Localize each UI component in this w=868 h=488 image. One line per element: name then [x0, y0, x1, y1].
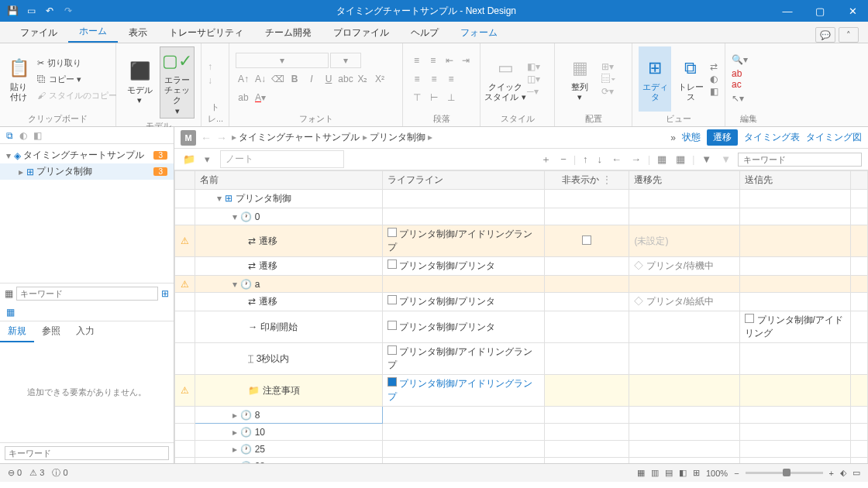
group-icon[interactable]: ⊞▾ — [601, 61, 615, 72]
status-info[interactable]: ⓘ 0 — [52, 467, 67, 479]
shape-fill-icon[interactable]: ◧▾ — [527, 61, 540, 72]
collapse-icon[interactable]: ▾ — [6, 150, 11, 161]
zoom-out-icon[interactable]: − — [734, 469, 739, 478]
align-left-icon[interactable]: ≡ — [409, 71, 425, 87]
tb-up-icon[interactable]: ↑ — [580, 153, 591, 165]
select-icon[interactable]: ↖▾ — [732, 93, 766, 104]
bc-timing-table[interactable]: タイミング表 — [744, 131, 800, 144]
tree-opt-icon[interactable]: ◐ — [19, 130, 27, 141]
align-right-icon[interactable]: ≡ — [443, 71, 459, 87]
tb-remove-icon[interactable]: − — [558, 153, 569, 165]
arrow-up-icon[interactable]: ↑ — [208, 61, 222, 72]
shape-line-icon[interactable]: ─▾ — [527, 86, 540, 97]
shape-outline-icon[interactable]: ◫▾ — [527, 74, 540, 84]
cut-button[interactable]: ✂切り取り — [34, 56, 120, 70]
trace-button[interactable]: ⧉ トレース — [674, 46, 707, 112]
align-center-icon[interactable]: ≡ — [426, 71, 442, 87]
view-opt2-icon[interactable]: ◐ — [710, 74, 718, 84]
sb-view4-icon[interactable]: ◧ — [679, 468, 687, 478]
col-name[interactable]: 名前 — [195, 171, 383, 190]
col-life[interactable]: ライフライン — [382, 171, 544, 190]
tb-drop-icon[interactable]: ▾ — [202, 153, 212, 165]
decrease-font-icon[interactable]: A↓ — [253, 71, 268, 87]
search-go-icon[interactable]: ⊞ — [161, 288, 169, 299]
tb-filter2-icon[interactable]: ▼ — [718, 153, 733, 165]
menu-home[interactable]: ホーム — [68, 21, 118, 43]
row-28[interactable]: ▸🕐 28 — [175, 458, 868, 464]
new-icon[interactable]: ▭ — [25, 5, 37, 16]
valign-bot-icon[interactable]: ⊥ — [443, 90, 459, 105]
tab-new[interactable]: 新規 — [0, 321, 34, 342]
view-opt3-icon[interactable]: ◧ — [710, 86, 718, 97]
note-input[interactable]: ノート — [220, 150, 344, 168]
menu-view[interactable]: 表示 — [118, 22, 158, 43]
tree-root[interactable]: ▾ ◈ タイミングチャートサンプル 3 — [0, 147, 174, 163]
numbering-icon[interactable]: ≡ — [425, 53, 440, 68]
font-family-select[interactable]: ▾ — [236, 53, 329, 68]
data-grid[interactable]: 名前 ライフライン 非表示か ⋮ 遷移先 送信先 ▾⊞ プリンタ制御 ▾🕐 0 … — [174, 170, 868, 463]
tb-folder-icon[interactable]: 📁 — [181, 153, 198, 165]
col-hide[interactable]: 非表示か ⋮ — [544, 171, 629, 190]
tab-ref[interactable]: 参照 — [34, 321, 68, 342]
tb-filter1-icon[interactable]: ▼ — [699, 153, 714, 165]
collapse-ribbon-icon[interactable]: ˄ — [839, 27, 859, 43]
bc-root[interactable]: タイミングチャートサンプル — [239, 132, 360, 143]
tb-left-icon[interactable]: ← — [609, 153, 624, 165]
rotate-icon[interactable]: ⟳▾ — [601, 86, 615, 97]
row-print-start[interactable]: → 印刷開始 プリンタ制御/プリンタ プリンタ制御/アイドリング — [175, 311, 868, 343]
editor-button[interactable]: ⊞ エディタ — [639, 46, 671, 112]
row-0[interactable]: ▾🕐 0 — [175, 208, 868, 225]
search-mode-icon[interactable]: ▦ — [5, 288, 13, 299]
menu-help[interactable]: ヘルプ — [400, 22, 450, 43]
strike-icon[interactable]: abc — [338, 71, 353, 87]
find-icon[interactable]: 🔍▾ — [732, 54, 766, 65]
tab-input[interactable]: 入力 — [68, 321, 102, 342]
view-opt1-icon[interactable]: ⇄ — [710, 61, 718, 72]
row-trans-3[interactable]: ⇄ 遷移 プリンタ制御/プリンタプリンタ/給紙中 — [175, 293, 868, 311]
valign-top-icon[interactable]: ⊤ — [409, 90, 425, 105]
quick-style-button[interactable]: ▭ クイック スタイル ▾ — [487, 46, 524, 112]
row-root[interactable]: ▾⊞ プリンタ制御 — [175, 190, 868, 208]
sb-view5-icon[interactable]: ⊞ — [693, 468, 700, 478]
zoom-slider[interactable] — [746, 472, 823, 474]
row-25[interactable]: ▸🕐 25 — [175, 441, 868, 458]
sb-opt1-icon[interactable]: ⬖ — [840, 468, 846, 478]
tree-opt2-icon[interactable]: ◧ — [33, 130, 42, 141]
sb-view2-icon[interactable]: ▥ — [651, 468, 659, 478]
valign-mid-icon[interactable]: ⊢ — [426, 90, 442, 105]
sb-tool-icon[interactable]: ▦ — [6, 307, 15, 318]
bc-trans[interactable]: 遷移 — [707, 129, 738, 146]
error-check-button[interactable]: ▢✓ エラーチェック▾ — [160, 46, 195, 119]
row-8[interactable]: ▸🕐 8 — [175, 407, 868, 424]
row-a[interactable]: ⚠▾🕐 a — [175, 276, 868, 293]
paste-button[interactable]: 📋 貼り付け — [6, 46, 31, 112]
sidebar-search-input[interactable] — [16, 287, 158, 301]
bc-child[interactable]: プリンタ制御 — [370, 132, 425, 143]
tb-grid1-icon[interactable]: ▦ — [655, 153, 669, 165]
menu-team[interactable]: チーム開発 — [254, 22, 322, 43]
save-icon[interactable]: 💾 — [6, 5, 19, 16]
bc-fwd[interactable]: → — [216, 132, 227, 144]
highlight-icon[interactable]: ab — [236, 90, 251, 105]
undo-icon[interactable]: ↶ — [43, 5, 56, 16]
status-errors[interactable]: ⊖ 0 — [8, 468, 22, 478]
col-warn[interactable] — [175, 171, 195, 190]
bullets-icon[interactable]: ≡ — [409, 53, 424, 68]
style-copy-button[interactable]: 🖌スタイルのコピー — [34, 88, 120, 103]
model-button[interactable]: ⬛ モデル▾ — [122, 46, 157, 119]
tb-grid2-icon[interactable]: ▦ — [673, 153, 687, 165]
bc-back[interactable]: ← — [201, 132, 212, 144]
minimize-button[interactable]: — — [772, 5, 803, 17]
row-note[interactable]: ⚠📁 注意事項 プリンタ制御/アイドリングランプ — [175, 375, 868, 407]
increase-font-icon[interactable]: A↑ — [236, 71, 251, 87]
sb-opt2-icon[interactable]: ▭ — [852, 468, 860, 478]
redo-icon[interactable]: ↷ — [62, 5, 74, 16]
font-color-icon[interactable]: A▾ — [253, 90, 268, 105]
replace-icon[interactable]: abac — [732, 68, 766, 90]
tb-down-icon[interactable]: ↓ — [595, 153, 605, 165]
tb-add-icon[interactable]: ＋ — [539, 153, 553, 167]
sb-view1-icon[interactable]: ▦ — [637, 468, 645, 478]
status-warnings[interactable]: ⚠ 3 — [29, 468, 44, 478]
menu-file[interactable]: ファイル — [9, 22, 68, 43]
italic-icon[interactable]: I — [304, 71, 319, 87]
